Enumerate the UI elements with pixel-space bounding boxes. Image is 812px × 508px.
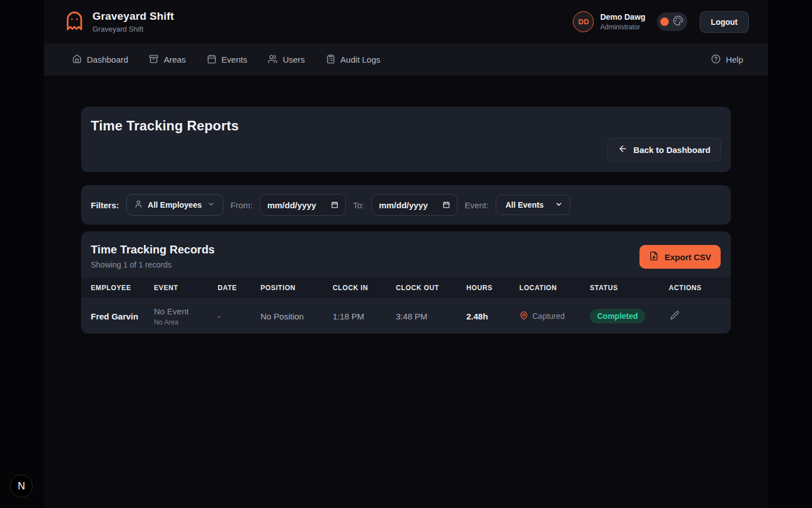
cell-employee: Fred Garvin <box>91 312 138 321</box>
user-info: Demo Dawg Administrator <box>600 12 645 31</box>
employee-filter-dropdown[interactable]: All Employees <box>126 194 223 216</box>
nav-label: Help <box>726 55 743 64</box>
filters-bar: Filters: All Employees From: mm/dd/yyy <box>81 185 731 225</box>
nav-label: Areas <box>164 55 186 64</box>
cell-clock-in: 1:18 PM <box>333 312 364 321</box>
cell-event: No Event <box>154 306 218 316</box>
col-date: DATE <box>218 278 261 299</box>
nav-label: Audit Logs <box>341 55 381 64</box>
table-row: Fred Garvin No Event No Area - No Positi… <box>81 299 731 334</box>
user-role: Administrator <box>600 23 645 31</box>
col-clock-out: CLOCK OUT <box>396 278 466 299</box>
nav-item-areas[interactable]: Areas <box>149 54 186 65</box>
location-label: Captured <box>532 312 565 321</box>
page-title: Time Tracking Reports <box>91 118 721 134</box>
nextjs-dev-badge[interactable]: N <box>10 475 33 497</box>
home-icon <box>72 54 82 65</box>
reports-header-card: Time Tracking Reports Back to Dashboard <box>81 107 731 172</box>
brand: Graveyard Shift Graveyard Shift <box>64 10 174 33</box>
nav-item-users[interactable]: Users <box>268 54 304 65</box>
app-subtitle: Graveyard Shift <box>92 25 174 33</box>
avatar: DD <box>573 11 594 32</box>
col-actions: ACTIONS <box>669 278 731 299</box>
from-label: From: <box>231 200 253 210</box>
app-title: Graveyard Shift <box>92 10 174 23</box>
col-location: LOCATION <box>519 278 590 299</box>
col-status: STATUS <box>590 278 669 299</box>
cell-position: No Position <box>261 312 304 321</box>
back-button-label: Back to Dashboard <box>633 145 710 155</box>
employee-filter-value: All Employees <box>148 200 202 209</box>
calendar-icon <box>207 54 217 65</box>
header-right: DD Demo Dawg Administrator <box>573 11 749 33</box>
export-csv-button[interactable]: Export CSV <box>639 245 721 269</box>
nav-label: Events <box>222 55 248 64</box>
event-filter-value: All Events <box>505 200 544 209</box>
user-name: Demo Dawg <box>600 12 645 21</box>
export-label: Export CSV <box>664 252 711 262</box>
to-date-value: mm/dd/yyyy <box>379 200 428 210</box>
user-chip: DD Demo Dawg Administrator <box>573 11 645 32</box>
cell-hours: 2.48h <box>466 312 488 321</box>
col-position: POSITION <box>261 278 333 299</box>
theme-color-dot <box>660 17 669 26</box>
cell-location[interactable]: Captured <box>519 311 590 322</box>
pencil-icon <box>670 313 679 322</box>
col-hours: HOURS <box>466 278 519 299</box>
file-download-icon <box>649 251 659 262</box>
records-head: Time Tracking Records Showing 1 of 1 rec… <box>81 231 731 278</box>
nav-item-help[interactable]: Help <box>711 54 743 65</box>
cell-area: No Area <box>154 318 218 326</box>
cell-clock-out: 3:48 PM <box>396 312 427 321</box>
theme-toggle[interactable] <box>657 12 687 31</box>
nav-item-dashboard[interactable]: Dashboard <box>72 54 128 65</box>
col-employee: EMPLOYEE <box>81 278 154 299</box>
app-header: Graveyard Shift Graveyard Shift DD Demo … <box>44 0 768 43</box>
user-icon <box>134 200 143 210</box>
from-date-input[interactable]: mm/dd/yyyy <box>260 194 346 216</box>
col-event: EVENT <box>154 278 218 299</box>
table-header-row: EMPLOYEE EVENT DATE POSITION CLOCK IN CL… <box>81 278 731 299</box>
nav-item-events[interactable]: Events <box>207 54 248 65</box>
nav-label: Users <box>283 55 304 64</box>
status-badge: Completed <box>590 309 645 323</box>
help-icon <box>711 54 721 65</box>
chevron-down-icon <box>555 200 563 210</box>
brand-text: Graveyard Shift Graveyard Shift <box>92 10 174 33</box>
records-card: Time Tracking Records Showing 1 of 1 rec… <box>81 231 731 334</box>
clipboard-icon <box>326 54 336 65</box>
app-column: Graveyard Shift Graveyard Shift DD Demo … <box>44 0 768 508</box>
back-to-dashboard-button[interactable]: Back to Dashboard <box>607 138 721 161</box>
to-label: To: <box>353 200 364 210</box>
palette-icon <box>673 15 683 28</box>
event-label: Event: <box>465 200 489 210</box>
nav-items: Dashboard Areas <box>72 54 381 65</box>
main-nav: Dashboard Areas <box>44 43 768 76</box>
calendar-picker-icon[interactable] <box>331 200 338 210</box>
filters-label: Filters: <box>91 200 119 210</box>
arrow-left-icon <box>618 144 628 155</box>
edit-record-button[interactable] <box>669 309 681 323</box>
records-head-text: Time Tracking Records Showing 1 of 1 rec… <box>91 243 215 269</box>
event-filter-select[interactable]: All Events <box>496 195 570 215</box>
logout-button[interactable]: Logout <box>700 11 749 33</box>
map-pin-icon <box>519 311 528 322</box>
nav-label: Dashboard <box>87 55 128 64</box>
cell-date: - <box>218 312 220 321</box>
ghost-logo-icon <box>64 11 85 33</box>
page-content: Time Tracking Reports Back to Dashboard … <box>81 76 731 334</box>
col-clock-in: CLOCK IN <box>333 278 396 299</box>
users-icon <box>268 54 277 65</box>
records-table: EMPLOYEE EVENT DATE POSITION CLOCK IN CL… <box>81 278 731 334</box>
archive-icon <box>149 54 158 65</box>
chevron-down-icon <box>207 200 215 210</box>
nav-item-audit-logs[interactable]: Audit Logs <box>326 54 381 65</box>
to-date-input[interactable]: mm/dd/yyyy <box>372 194 457 216</box>
calendar-picker-icon[interactable] <box>443 200 450 210</box>
records-title: Time Tracking Records <box>91 243 215 256</box>
records-summary: Showing 1 of 1 records <box>91 260 215 269</box>
from-date-value: mm/dd/yyyy <box>267 200 316 210</box>
